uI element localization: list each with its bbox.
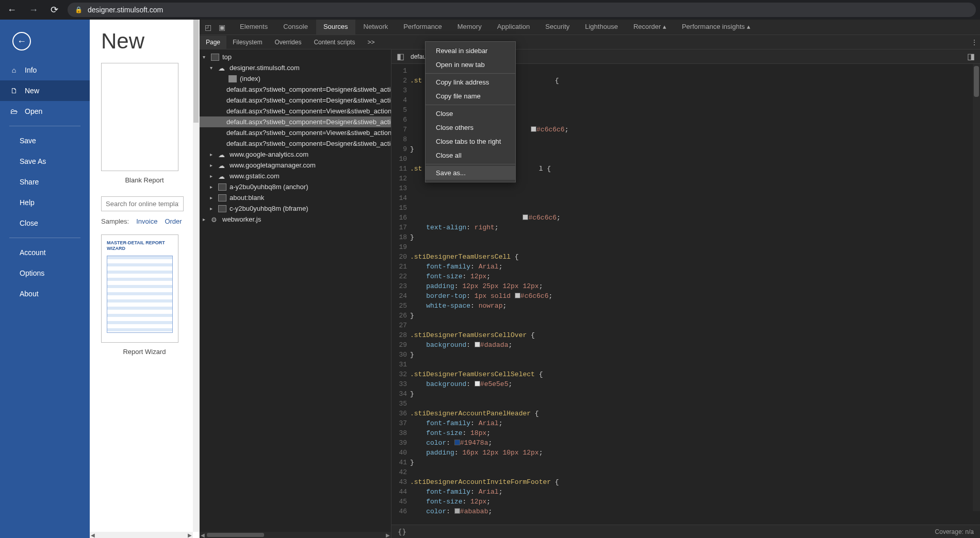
tree-label: default.aspx?stiweb_component=Designer&s… [226,118,391,126]
scrollbar-horizontal[interactable]: ◀▶ [90,532,193,538]
back-button[interactable]: ← [4,3,20,18]
tree-item[interactable]: ▾☁designer.stimulsoft.com [200,62,391,73]
devtools-tab-performance[interactable]: Performance [396,20,449,35]
scroll-left-icon[interactable]: ◀ [90,532,96,538]
devtools-tabbar: ◰ ▣ ElementsConsoleSourcesNetworkPerform… [200,20,980,35]
sources-subtab--[interactable]: >> [361,36,381,49]
forward-button[interactable]: → [26,3,41,18]
tree-item[interactable]: default.aspx?stiweb_component=Designer&s… [200,138,391,149]
scrollbar-vertical[interactable] [193,20,199,532]
tree-label: www.gstatic.com [230,172,280,180]
tree-item[interactable]: ▸☁www.google-analytics.com [200,149,391,160]
ctx-close-others[interactable]: Close others [426,121,515,134]
sources-subtab-overrides[interactable]: Overrides [268,36,307,49]
sample-link-order[interactable]: Order [165,217,182,225]
tree-toggle-icon[interactable]: ▸ [210,184,215,190]
tree-label: default.aspx?stiweb_component=Designer&s… [226,86,391,93]
report-wizard-tile[interactable]: MASTER-DETAIL REPORT WIZARD [101,234,178,343]
tree-item[interactable]: default.aspx?stiweb_component=Designer&s… [200,84,391,95]
tree-toggle-icon[interactable]: ▸ [210,152,215,157]
tree-item[interactable]: default.aspx?stiweb_component=Designer&s… [200,95,391,106]
tree-label: (index) [240,75,260,82]
inspect-icon[interactable]: ◰ [203,21,214,33]
ctx-save-as-[interactable]: Save as... [426,166,515,180]
sidebar-item-open[interactable]: 🗁Open [0,101,90,122]
template-search-input[interactable] [101,196,184,211]
tree-item[interactable]: ▸⚙webworker.js [200,214,391,225]
devtools-tab-network[interactable]: Network [356,20,396,35]
pretty-print-icon[interactable]: {} [398,528,406,536]
wizard-preview-icon [107,256,173,333]
devtools-tab-performance-insights-[interactable]: Performance insights ▴ [675,20,758,35]
doc-icon [228,75,237,82]
kebab-icon[interactable]: ⋮ [969,36,980,48]
tree-label: webworker.js [222,215,261,223]
app-content: New Blank Report Samples: Invoice Order … [90,20,200,538]
tree-scrollbar[interactable]: ◀▶ [200,532,391,538]
tree-toggle-icon[interactable]: ▾ [210,65,215,71]
devtools-tab-application[interactable]: Application [490,20,537,35]
sidebar-item-close[interactable]: Close [0,213,90,233]
ctx-copy-link-address[interactable]: Copy link address [426,75,515,89]
toggle-panel-icon[interactable]: ◨ [965,51,977,62]
sidebar-item-help[interactable]: Help [0,192,90,213]
scroll-right-icon[interactable]: ▶ [187,532,193,538]
sidebar-item-options[interactable]: Options [0,263,90,283]
blank-report-tile[interactable] [101,63,178,171]
ctx-copy-file-name[interactable]: Copy file name [426,89,515,103]
devtools-tab-console[interactable]: Console [276,20,315,35]
ctx-open-in-new-tab[interactable]: Open in new tab [426,58,515,72]
devtools-tab-elements[interactable]: Elements [233,20,275,35]
tree-toggle-icon[interactable]: ▸ [210,162,215,168]
sidebar-item-saveas[interactable]: Save As [0,151,90,172]
sidebar-item-share[interactable]: Share [0,172,90,192]
tree-item[interactable]: (index) [200,73,391,84]
tree-item[interactable]: ▸about:blank [200,192,391,203]
ctx-separator [426,164,515,164]
toggle-sidebar-icon[interactable]: ◧ [395,51,406,62]
sidebar-item-new[interactable]: 🗋New [0,80,90,101]
tree-item[interactable]: default.aspx?stiweb_component=Viewer&sti… [200,127,391,138]
app-back-button[interactable]: ← [12,32,31,51]
tree-item[interactable]: default.aspx?stiweb_component=Designer&s… [200,116,391,127]
sources-subtab-page[interactable]: Page [200,36,226,49]
tree-item[interactable]: ▸☁www.gstatic.com [200,171,391,181]
tree-item[interactable]: ▸c-y2bu0yuhbq8m (bframe) [200,203,391,214]
tree-item[interactable]: ▸☁www.googletagmanager.com [200,160,391,171]
tree-toggle-icon[interactable]: ▸ [203,216,208,222]
reload-button[interactable]: ⟳ [47,2,61,18]
file-tree: ▾top▾☁designer.stimulsoft.com(index)defa… [200,49,391,538]
address-bar[interactable]: 🔒 designer.stimulsoft.com [68,3,976,17]
sample-link-invoice[interactable]: Invoice [136,217,157,225]
ctx-reveal-in-sidebar[interactable]: Reveal in sidebar [426,44,515,58]
ctx-close-tabs-to-the-right[interactable]: Close tabs to the right [426,134,515,148]
devtools-tab-memory[interactable]: Memory [450,20,489,35]
devtools-tab-sources[interactable]: Sources [316,20,355,35]
report-wizard-label: Report Wizard [101,348,188,356]
tree-toggle-icon[interactable]: ▸ [210,173,215,179]
devtools-tab-security[interactable]: Security [538,20,577,35]
sidebar-item-info[interactable]: ⌂Info [0,60,90,80]
sources-subtab-filesystem[interactable]: Filesystem [226,36,268,49]
tree-label: a-y2bu0yuhbq8m (anchor) [230,183,308,191]
sidebar-item-save[interactable]: Save [0,130,90,151]
devtools-tab-recorder-[interactable]: Recorder ▴ [626,20,674,35]
ctx-close[interactable]: Close [426,107,515,121]
ctx-close-all[interactable]: Close all [426,148,515,162]
device-icon[interactable]: ▣ [217,21,227,33]
line-gutter: 1234567891011121314151617181920212223242… [391,64,410,525]
sources-subtab-content-scripts[interactable]: Content scripts [307,36,361,49]
tree-item[interactable]: ▸a-y2bu0yuhbq8m (anchor) [200,181,391,192]
frame-icon [218,205,226,212]
sidebar-label: Info [25,66,37,74]
sidebar-item-about[interactable]: About [0,283,90,304]
tree-toggle-icon[interactable]: ▾ [203,54,208,60]
frame-icon [218,194,226,201]
editor-scrollbar[interactable] [973,64,980,511]
tree-toggle-icon[interactable]: ▸ [210,206,215,211]
tree-toggle-icon[interactable]: ▸ [210,195,215,200]
sidebar-item-account[interactable]: Account [0,242,90,263]
tree-item[interactable]: ▾top [200,52,391,62]
tree-item[interactable]: default.aspx?stiweb_component=Viewer&sti… [200,106,391,116]
devtools-tab-lighthouse[interactable]: Lighthouse [578,20,625,35]
